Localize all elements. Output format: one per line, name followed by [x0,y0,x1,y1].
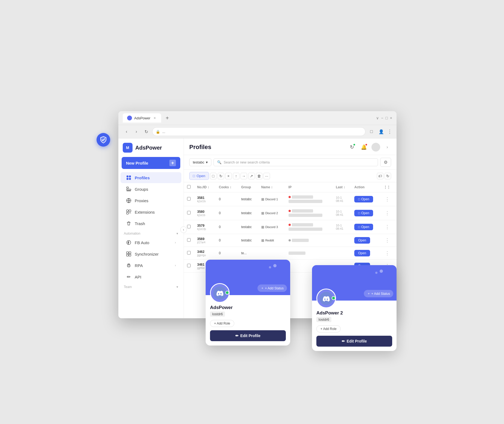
open-profile-5[interactable]: Open [354,250,370,256]
new-profile-button[interactable]: New Profile + [122,157,180,169]
sidebar-item-groups[interactable]: Groups [121,184,181,195]
card-2-dot2 [375,272,377,274]
action-icon-3[interactable]: × [225,173,232,179]
open-icon-3: □ [358,225,360,229]
card-1-username: lostdr6 [210,311,225,317]
profiles-table: No./ID ↕ Cooks ↕ Group Name ↕ IP Last ↕ … [184,182,397,272]
filter-button[interactable]: ⚙ [380,158,391,167]
th-cooks: Cooks ↕ [216,182,238,192]
back-button[interactable]: ‹ [123,128,130,135]
last-5 [332,247,351,260]
th-checkbox [184,182,194,192]
action-icon-more[interactable]: ··· [263,173,270,179]
open-profile-1[interactable]: □ Open [354,196,373,202]
table-row: 3579 kj1e1fp 0 testabc ⊞ Discord 3 [184,220,397,234]
card-2-add-status-button[interactable]: ＋ + Add Status [364,290,393,297]
row-checkbox-2[interactable] [187,211,191,214]
automation-collapse-icon[interactable]: ▾ [176,232,178,235]
profile-button[interactable]: 👤 [377,128,385,135]
open-profile-2[interactable]: □ Open [354,210,373,216]
card-2-avatar-wrap [316,289,336,308]
search-bar[interactable]: 🔍 Search or new search criteria [214,158,378,166]
row-checkbox-6[interactable] [187,264,191,267]
tab-close-icon[interactable]: × [152,116,157,120]
select-all-checkbox[interactable] [187,185,191,189]
open-label: Open [197,174,205,178]
address-bar[interactable]: 🔒 ... [152,127,365,136]
synchronizer-icon [126,251,131,257]
browser-more-button[interactable]: ⋮ [387,129,392,135]
sidebar-item-extensions[interactable]: Extensions [121,207,181,217]
more-button-1[interactable]: ⋮ [384,196,391,203]
sidebar-item-trash[interactable]: Trash [121,218,181,229]
action-icon-7[interactable]: 🗑 [256,173,262,179]
sidebar-item-rpa[interactable]: RPA › [121,260,181,271]
row-checkbox-5[interactable] [187,251,191,255]
card-2-edit-profile-button[interactable]: ✏ Edit Profile [316,336,392,347]
svg-rect-13 [127,212,128,214]
svg-rect-15 [127,252,128,254]
open-profile-4[interactable]: Open [354,237,370,244]
group-4: testabc [238,234,258,247]
sidebar-item-profiles[interactable]: Profiles [121,172,181,183]
api-icon: ✏ [126,274,131,280]
minimize-icon[interactable]: − [381,116,383,120]
row-checkbox-3[interactable] [187,225,191,228]
user-avatar-button[interactable] [371,143,380,152]
open-profile-3[interactable]: □ Open [354,224,373,230]
sidebar-item-synchronizer[interactable]: Synchronizer [121,249,181,259]
svg-rect-17 [127,254,128,256]
action-icon-6[interactable]: ↗ [248,173,255,179]
group-select-value: testabc [193,160,204,164]
window-chevron-nav: ∨ − □ × [376,116,392,120]
close-icon[interactable]: × [390,116,392,120]
action-icon-5[interactable]: → [241,173,247,179]
table-row: 3581 kj1e1ls 0 testabc ⊞ Discord 1 [184,192,397,206]
sidebar-rpa-label: RPA [135,263,143,268]
group-select[interactable]: testabc ▾ [189,158,211,166]
sidebar-item-api[interactable]: ✏ API [121,271,181,282]
action-icon-2[interactable]: ↻ [218,173,224,179]
new-profile-plus-icon: + [169,160,176,166]
more-button-5[interactable]: ⋮ [384,250,391,257]
new-tab-button[interactable]: + [163,114,171,122]
card-1-add-role-button[interactable]: + Add Role [210,320,234,327]
action-icon-4[interactable]: ↑ [233,173,239,179]
card-2-edit-label: Edit Profile [347,339,367,343]
team-collapse-icon[interactable]: ▾ [176,285,178,289]
restore-icon[interactable]: □ [385,116,388,120]
groups-icon [126,186,131,192]
open-button[interactable]: □ Open [189,172,209,180]
extensions-button[interactable]: □ [368,128,375,135]
page-title: Profiles [189,144,211,151]
more-button-2[interactable]: ⋮ [384,210,391,217]
card-2-add-role-button[interactable]: + Add Role [316,325,341,332]
svg-rect-7 [127,189,131,190]
action-1: □ Open [351,192,380,206]
refresh-icon-btn[interactable]: ↻ [385,173,391,179]
action-icon-1[interactable]: □ [210,173,217,179]
sidebar-item-proxies[interactable]: Proxies [121,195,181,206]
group-1: testabc [238,192,258,206]
more-button-3[interactable]: ⋮ [384,223,391,231]
panel-collapse-button[interactable]: › [383,143,391,151]
row-checkbox-4[interactable] [187,238,191,242]
refresh-button[interactable]: ↻ [142,128,150,135]
cooks-5: 0 [216,247,238,260]
th-group: Group [238,182,258,192]
row-checkbox-1[interactable] [187,197,191,201]
filter-icon: ⚙ [384,160,388,165]
card-1-edit-profile-button[interactable]: ✏ Edit Profile [210,330,286,341]
more-button-4[interactable]: ⋮ [384,237,391,244]
sync-status-button[interactable]: ↻ [347,143,356,152]
sidebar-synchronizer-label: Synchronizer [135,252,159,256]
forward-button[interactable]: › [133,128,140,135]
table-row: 3462 jjgjn/gu 0 te... ████████ [184,247,397,260]
notifications-button[interactable]: 🔔 [359,143,368,152]
sidebar-item-fbauto[interactable]: FB Auto › [121,237,181,248]
sidebar-collapse-button[interactable]: ‹ [180,226,187,233]
tag-icon-btn[interactable]: 🏷 [377,173,383,179]
browser-tab[interactable]: AdsPower × [123,113,161,123]
card-1-add-status-label: + Add Status [265,286,284,290]
card-1-add-status-button[interactable]: ＋ + Add Status [257,284,287,292]
